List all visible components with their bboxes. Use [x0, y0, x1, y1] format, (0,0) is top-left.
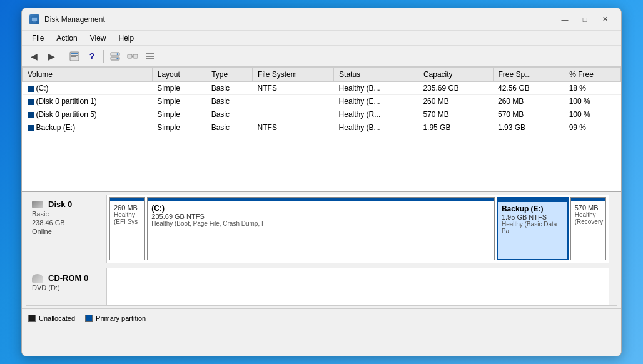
cell-type: Basic: [206, 95, 253, 108]
cell-status: Healthy (R...: [334, 108, 418, 121]
cell-percent_free: 100 %: [564, 108, 621, 121]
cell-capacity: 235.69 GB: [418, 82, 493, 95]
properties-button[interactable]: [66, 48, 83, 64]
cell-type: Basic: [206, 108, 253, 121]
cell-status: Healthy (E...: [334, 95, 418, 108]
menu-view[interactable]: View: [84, 33, 113, 44]
partition-efi[interactable]: 260 MB Healthy (EFI Sys: [109, 197, 145, 260]
disk-0-type: Basic: [32, 210, 100, 218]
volume-panel: Volume Layout Type File System Status Ca…: [22, 67, 621, 192]
disk-0-title: Disk 0: [32, 200, 100, 209]
partition-c-size: 235.69 GB NTFS: [151, 213, 490, 220]
legend-bar: Unallocated Primary partition: [22, 308, 621, 327]
disk-management-window: Disk Management — □ ✕ File Action View H…: [21, 8, 622, 356]
partition-backup-body: Backup (E:) 1.95 GB NTFS Healthy (Basic …: [498, 202, 567, 259]
table-row[interactable]: (Disk 0 partition 5)SimpleBasicHealthy (…: [23, 108, 621, 121]
cell-status: Healthy (B...: [334, 82, 418, 95]
cdrom-scrollbar[interactable]: [609, 268, 617, 305]
cell-filesystem: NTFS: [253, 121, 334, 134]
cdrom-label: CD-ROM 0 DVD (D:): [26, 268, 107, 305]
partition-efi-status: Healthy (EFI Sys: [114, 211, 141, 225]
volume-table: Volume Layout Type File System Status Ca…: [22, 67, 621, 134]
maximize-button[interactable]: □: [576, 13, 594, 26]
title-bar: Disk Management — □ ✕: [22, 8, 621, 31]
col-volume: Volume: [23, 68, 153, 82]
cell-percent_free: 100 %: [564, 95, 621, 108]
legend-unallocated-box: [28, 315, 36, 322]
minimize-button[interactable]: —: [556, 13, 574, 26]
partition-backup-size: 1.95 GB NTFS: [502, 213, 564, 221]
disk-0-name: Disk 0: [48, 200, 72, 209]
close-button[interactable]: ✕: [596, 13, 614, 26]
menu-help[interactable]: Help: [113, 33, 141, 44]
cell-filesystem: NTFS: [253, 82, 334, 95]
svg-rect-4: [71, 53, 78, 54]
cell-layout: Simple: [152, 121, 206, 134]
table-row[interactable]: Backup (E:)SimpleBasicNTFSHealthy (B...1…: [23, 121, 621, 134]
app-icon: [29, 14, 39, 24]
cell-filesystem: [253, 108, 334, 121]
partition-c-status: Healthy (Boot, Page File, Crash Dump, I: [151, 220, 490, 227]
partition-recovery[interactable]: 570 MB Healthy (Recovery: [570, 197, 606, 260]
svg-rect-14: [146, 53, 154, 54]
col-percent: % Free: [564, 68, 621, 82]
cell-status: Healthy (B...: [334, 121, 418, 134]
legend-primary-label: Primary partition: [96, 315, 146, 322]
partition-c[interactable]: (C:) 235.69 GB NTFS Healthy (Boot, Page …: [147, 197, 495, 260]
cell-percent_free: 99 %: [564, 121, 621, 134]
cell-volume: (Disk 0 partition 1): [23, 95, 153, 108]
toolbar: ◀ ▶ ?: [22, 46, 621, 67]
partition-efi-body: 260 MB Healthy (EFI Sys: [110, 201, 144, 260]
cdrom-type: DVD (D:): [32, 284, 100, 291]
cdrom-map: [107, 268, 609, 305]
svg-rect-16: [146, 58, 154, 59]
partition-c-label: (C:): [151, 204, 490, 213]
col-type: Type: [206, 68, 253, 82]
forward-button[interactable]: ▶: [43, 48, 59, 64]
menu-file[interactable]: File: [26, 33, 50, 44]
cell-capacity: 570 MB: [418, 108, 493, 121]
disk-0-map: 260 MB Healthy (EFI Sys (C:) 235.69 GB N…: [107, 195, 609, 263]
menu-action[interactable]: Action: [50, 33, 83, 44]
col-layout: Layout: [152, 68, 206, 82]
disk-0-label: Disk 0 Basic 238.46 GB Online: [26, 195, 107, 263]
partition-recovery-size: 570 MB: [575, 204, 602, 211]
col-capacity: Capacity: [418, 68, 493, 82]
disk-view-button[interactable]: [107, 48, 123, 64]
col-status: Status: [334, 68, 418, 82]
col-filesystem: File System: [253, 68, 334, 82]
connect-button[interactable]: [124, 48, 141, 64]
col-free: Free Sp...: [493, 68, 564, 82]
svg-rect-5: [71, 55, 78, 56]
cell-free: 570 MB: [493, 108, 564, 121]
cdrom-title: CD-ROM 0: [32, 273, 100, 283]
svg-rect-1: [32, 18, 37, 21]
table-row[interactable]: (Disk 0 partition 1)SimpleBasicHealthy (…: [23, 95, 621, 108]
partition-backup[interactable]: Backup (E:) 1.95 GB NTFS Healthy (Basic …: [497, 197, 569, 260]
svg-point-9: [117, 53, 119, 55]
cell-type: Basic: [206, 82, 253, 95]
partition-efi-size: 260 MB: [114, 204, 141, 211]
content-area: Volume Layout Type File System Status Ca…: [22, 67, 621, 356]
scrollbar[interactable]: [609, 195, 617, 263]
toolbar-separator-1: [63, 50, 63, 63]
back-button[interactable]: ◀: [26, 48, 42, 64]
partition-recovery-body: 570 MB Healthy (Recovery: [571, 201, 605, 260]
table-row[interactable]: (C:)SimpleBasicNTFSHealthy (B...235.69 G…: [23, 82, 621, 95]
partition-backup-status: Healthy (Basic Data Pa: [502, 221, 564, 235]
cell-layout: Simple: [152, 95, 206, 108]
menu-bar: File Action View Help: [22, 31, 621, 46]
window-controls: — □ ✕: [556, 13, 614, 26]
list-button[interactable]: [142, 48, 158, 64]
svg-rect-6: [71, 56, 76, 57]
toolbar-separator-2: [103, 50, 104, 63]
help-button[interactable]: ?: [84, 48, 100, 64]
svg-rect-12: [133, 54, 138, 58]
svg-rect-11: [128, 54, 132, 58]
cell-volume: (Disk 0 partition 5): [23, 108, 153, 121]
cell-percent_free: 18 %: [564, 82, 621, 95]
partition-backup-label: Backup (E:): [502, 205, 564, 213]
svg-rect-15: [146, 56, 154, 57]
partition-c-body: (C:) 235.69 GB NTFS Healthy (Boot, Page …: [148, 201, 494, 260]
cell-free: 42.56 GB: [493, 82, 564, 95]
